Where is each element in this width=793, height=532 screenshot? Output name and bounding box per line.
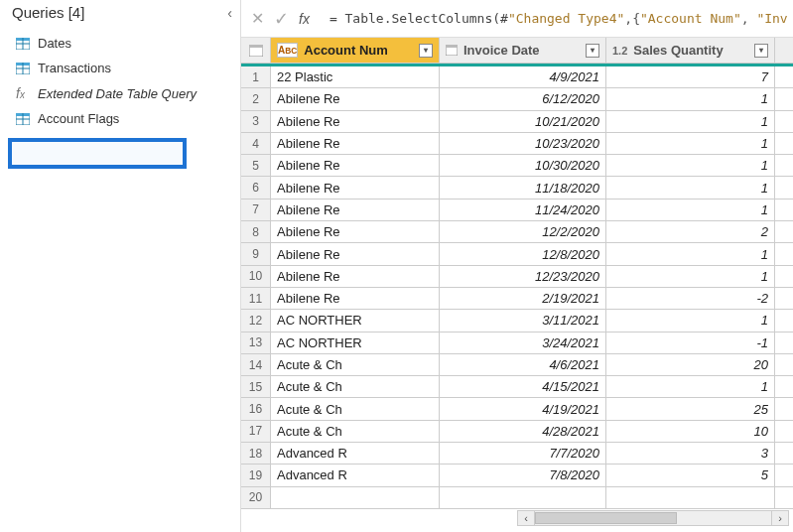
row-header[interactable]: 7 [241,200,271,221]
cell-invoice-date[interactable]: 12/8/2020 [440,243,606,265]
row-header[interactable]: 5 [241,155,271,177]
cell-account[interactable]: Acute & Ch [271,398,440,420]
cell-invoice-date[interactable]: 4/19/2021 [440,398,606,420]
cell-sales-qty[interactable]: 1 [606,376,775,398]
cell-invoice-date[interactable]: 11/18/2020 [440,177,606,199]
cell-sales-qty[interactable]: 1 [606,310,775,332]
collapse-panel-icon[interactable]: ‹ [227,5,232,21]
cell-account[interactable]: Abilene Re [271,221,440,243]
cell-sales-qty[interactable]: 1 [606,133,775,155]
cell-sales-qty[interactable]: 7 [606,66,775,88]
row-header[interactable]: 10 [241,266,271,288]
cell-account[interactable]: Abilene Re [271,266,440,288]
cell-sales-qty[interactable]: 1 [606,266,775,288]
horizontal-scrollbar[interactable]: ‹ › [517,510,789,526]
row-header[interactable]: 18 [241,443,271,465]
row-header[interactable]: 20 [241,487,271,509]
column-header[interactable]: Invoice Date▾ [440,38,606,64]
row-header[interactable]: 8 [241,221,271,243]
column-header[interactable]: ABCAccount Num▾ [271,38,440,64]
cell-sales-qty[interactable]: 25 [606,398,775,420]
column-filter-dropdown-icon[interactable]: ▾ [754,44,768,58]
cell-sales-qty[interactable] [606,487,775,509]
query-item-dates[interactable]: Dates [4,31,236,56]
cell-invoice-date[interactable]: 4/15/2021 [440,376,606,398]
accept-icon[interactable]: ✓ [274,8,289,30]
cell-sales-qty[interactable]: 1 [606,111,775,133]
row-header[interactable]: 13 [241,332,271,354]
cell-invoice-date[interactable]: 12/2/2020 [440,221,606,243]
row-header[interactable]: 19 [241,465,271,486]
fx-label[interactable]: fx [299,11,310,27]
cell-account[interactable]: Acute & Ch [271,421,440,443]
cell-invoice-date[interactable]: 4/9/2021 [440,66,606,88]
column-filter-dropdown-icon[interactable]: ▾ [419,44,433,58]
data-grid[interactable]: ABCAccount Num▾Invoice Date▾1.2Sales Qua… [241,38,793,509]
row-header[interactable]: 14 [241,354,271,376]
column-header[interactable]: 1.2Sales Quantity▾ [606,38,775,64]
cell-account[interactable]: Abilene Re [271,88,440,110]
cell-invoice-date[interactable] [440,487,606,509]
cell-invoice-date[interactable]: 10/30/2020 [440,155,606,177]
cell-account[interactable]: AC NORTHER [271,332,440,354]
query-item-extended-date[interactable]: fx Extended Date Table Query [4,80,236,106]
cell-invoice-date[interactable]: 10/23/2020 [440,133,606,155]
cell-account[interactable]: Abilene Re [271,288,440,310]
row-header[interactable]: 6 [241,177,271,199]
cell-account[interactable]: Abilene Re [271,177,440,199]
cell-account[interactable]: Abilene Re [271,111,440,133]
cell-invoice-date[interactable]: 11/24/2020 [440,200,606,221]
cell-sales-qty[interactable]: 1 [606,200,775,221]
cell-sales-qty[interactable]: 2 [606,221,775,243]
row-header[interactable]: 17 [241,421,271,443]
row-header[interactable]: 15 [241,376,271,398]
row-header[interactable]: 12 [241,310,271,332]
cell-invoice-date[interactable]: 2/19/2021 [440,288,606,310]
cell-invoice-date[interactable]: 7/8/2020 [440,465,606,486]
cell-sales-qty[interactable]: 20 [606,354,775,376]
cell-sales-qty[interactable]: 10 [606,421,775,443]
row-header[interactable]: 3 [241,111,271,133]
row-header[interactable]: 16 [241,398,271,420]
row-header[interactable]: 4 [241,133,271,155]
cell-sales-qty[interactable]: 5 [606,465,775,486]
cell-account[interactable]: AC NORTHER [271,310,440,332]
cell-sales-qty[interactable]: -1 [606,332,775,354]
cell-account[interactable]: Abilene Re [271,200,440,221]
query-item-transactions[interactable]: Transactions [4,56,236,80]
cell-sales-qty[interactable]: 3 [606,443,775,465]
cell-invoice-date[interactable]: 3/11/2021 [440,310,606,332]
formula-text[interactable]: = Table.SelectColumns(#"Changed Type4",{… [330,11,788,26]
scroll-track[interactable] [535,510,771,526]
row-header[interactable]: 9 [241,243,271,265]
cell-account[interactable] [271,487,440,509]
cell-sales-qty[interactable]: 1 [606,88,775,110]
cell-sales-qty[interactable]: 1 [606,243,775,265]
cell-invoice-date[interactable]: 4/6/2021 [440,354,606,376]
cell-invoice-date[interactable]: 3/24/2021 [440,332,606,354]
row-header[interactable]: 1 [241,66,271,88]
cell-account[interactable]: Abilene Re [271,133,440,155]
cell-account[interactable]: 22 Plastic [271,66,440,88]
cell-account[interactable]: Abilene Re [271,243,440,265]
cell-invoice-date[interactable]: 7/7/2020 [440,443,606,465]
query-item-account-flags[interactable]: Account Flags [4,106,236,131]
cell-account[interactable]: Acute & Ch [271,354,440,376]
cell-sales-qty[interactable]: 1 [606,177,775,199]
cell-invoice-date[interactable]: 4/28/2021 [440,421,606,443]
scroll-left-icon[interactable]: ‹ [517,510,535,526]
cell-account[interactable]: Abilene Re [271,155,440,177]
row-header[interactable]: 2 [241,88,271,110]
cell-invoice-date[interactable]: 6/12/2020 [440,88,606,110]
row-header[interactable]: 11 [241,288,271,310]
cell-sales-qty[interactable]: 1 [606,155,775,177]
cell-sales-qty[interactable]: -2 [606,288,775,310]
cell-account[interactable]: Acute & Ch [271,376,440,398]
scroll-right-icon[interactable]: › [771,510,789,526]
cell-account[interactable]: Advanced R [271,465,440,486]
scroll-thumb[interactable] [535,512,677,524]
cancel-icon[interactable]: ✕ [251,9,264,28]
cell-account[interactable]: Advanced R [271,443,440,465]
column-filter-dropdown-icon[interactable]: ▾ [586,44,599,58]
cell-invoice-date[interactable]: 10/21/2020 [440,111,606,133]
